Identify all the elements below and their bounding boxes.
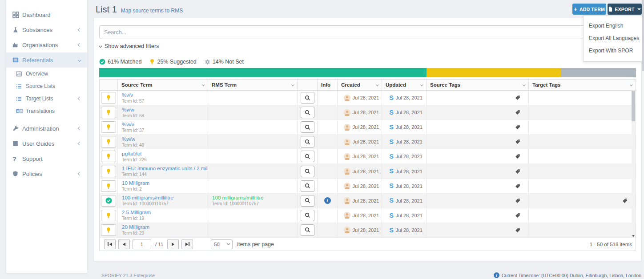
tag-icon[interactable]: [515, 169, 520, 174]
target-tags-cell: [529, 135, 636, 149]
rms-term-cell: [208, 91, 298, 105]
magnifier-button[interactable]: [301, 180, 314, 192]
sidebar-item-label: Target Lists: [26, 96, 78, 102]
source-term-link[interactable]: 100 milligrams/millilitre: [122, 195, 204, 200]
column-header-rms-term[interactable]: RMS Term: [208, 80, 298, 90]
sidebar-item-organisations[interactable]: Organisations: [6, 37, 87, 52]
column-header-created[interactable]: Created: [338, 80, 382, 90]
tag-icon[interactable]: [515, 213, 520, 218]
magnifier-button[interactable]: [301, 166, 314, 177]
add-term-button[interactable]: + ADD TERM: [572, 4, 606, 15]
column-header-source-term[interactable]: Source Term: [118, 80, 208, 90]
source-term-id: Term Id: 19: [122, 216, 204, 221]
magnifier-button[interactable]: [301, 136, 314, 147]
industry-icon: [12, 42, 22, 48]
show-advanced-filters-toggle[interactable]: Show advanced filters: [99, 43, 159, 49]
page-number-input[interactable]: [133, 239, 151, 249]
column-header-target-tags[interactable]: Target Tags: [529, 80, 636, 90]
magnifier-button[interactable]: [301, 151, 314, 162]
sidebar-item-policies[interactable]: Policies: [6, 166, 87, 181]
preview-cell: [298, 194, 318, 208]
preview-cell: [298, 135, 318, 149]
first-page-button[interactable]: [104, 239, 116, 249]
rms-term-link[interactable]: 100 milligrams/millilitre: [212, 195, 293, 200]
created-cell: Jul 28, 2021: [338, 223, 382, 237]
tag-icon[interactable]: [515, 95, 520, 100]
browser-scrollbar[interactable]: [642, 0, 644, 279]
sidebar-item-referentials[interactable]: Referentials: [6, 52, 87, 68]
source-term-link[interactable]: %v/v: [122, 92, 204, 98]
menu-item-export-all-languages[interactable]: Export All Languages: [584, 32, 642, 44]
source-term-cell: 20 MilligramTerm Id: 20: [118, 223, 208, 237]
sidebar-item-label: Translations: [26, 108, 81, 114]
status-suggested-button[interactable]: [101, 151, 116, 162]
sidebar-item-overview[interactable]: Overview: [6, 68, 87, 80]
column-header-source-tags[interactable]: Source Tags: [427, 80, 529, 90]
sidebar-item-administration[interactable]: Administration: [6, 121, 87, 136]
status-suggested-button[interactable]: [101, 121, 116, 133]
file-icon: [608, 7, 612, 12]
table-scrollbar[interactable]: [632, 91, 635, 237]
sidebar-item-user-guides[interactable]: User Guides: [6, 136, 87, 151]
export-button[interactable]: EXPORT: [608, 4, 642, 15]
info-icon[interactable]: i: [324, 197, 331, 204]
menu-item-export-with-spor[interactable]: Export With SPOR: [584, 44, 642, 57]
last-page-button[interactable]: [181, 239, 193, 249]
scrollbar-down-arrow[interactable]: [632, 235, 635, 237]
tag-icon[interactable]: [515, 110, 520, 115]
source-term-link[interactable]: %w/w: [122, 136, 204, 142]
sidebar-item-substances[interactable]: Substances: [6, 22, 87, 37]
page-size-select[interactable]: 50: [211, 239, 233, 249]
search-input[interactable]: [99, 25, 636, 39]
status-suggested-button[interactable]: [101, 224, 116, 236]
source-term-link[interactable]: 1 IEU: immuno enzymatic units / 2 millil…: [122, 166, 204, 171]
source-term-link[interactable]: µg/tablet: [122, 151, 204, 156]
status-suggested-button[interactable]: [101, 210, 116, 221]
status-suggested-button[interactable]: [101, 107, 116, 118]
sidebar-item-support[interactable]: ? Support: [6, 151, 87, 166]
source-term-link[interactable]: 20 Milligram: [122, 224, 204, 230]
tag-icon[interactable]: [515, 124, 520, 130]
tag-icon[interactable]: [515, 183, 520, 189]
tag-icon[interactable]: [515, 154, 520, 159]
source-term-link[interactable]: 2.5 Milligram: [122, 210, 204, 215]
magnifier-button[interactable]: [301, 195, 314, 207]
next-page-button[interactable]: [167, 239, 179, 249]
tag-icon[interactable]: [622, 198, 628, 203]
app-footer: SPORIFY 21.3 Enterprise i Current Timezo…: [0, 271, 644, 279]
column-header-updated[interactable]: Updated: [382, 80, 427, 90]
target-tags-cell: [529, 208, 636, 223]
status-matched-button[interactable]: [101, 195, 116, 207]
status-suggested-button[interactable]: [101, 166, 116, 177]
status-suggested-button[interactable]: [101, 92, 116, 104]
sidebar-item-translations[interactable]: AB Translations: [6, 105, 87, 117]
source-term-link[interactable]: %v/w: [122, 107, 204, 112]
tag-icon[interactable]: [515, 139, 520, 144]
scrollbar-thumb[interactable]: [632, 91, 635, 121]
sidebar-item-target-lists[interactable]: Target Lists: [6, 92, 87, 105]
list-alt-icon: [12, 57, 22, 63]
menu-item-export-english[interactable]: Export English: [584, 20, 642, 32]
magnifier-button[interactable]: [301, 224, 314, 236]
source-term-link[interactable]: %w/v: [122, 122, 204, 127]
magnifier-button[interactable]: [301, 92, 314, 104]
chevron-left-icon: [78, 43, 81, 47]
sporify-logo-icon: S: [389, 153, 394, 160]
status-suggested-button[interactable]: [101, 180, 116, 192]
tag-icon[interactable]: [515, 227, 520, 233]
source-term-link[interactable]: 10 Milligram: [122, 180, 204, 186]
add-term-label: ADD TERM: [580, 7, 605, 12]
stat-matched: 61% Matched: [99, 59, 141, 65]
lightbulb-icon: [149, 59, 155, 65]
tag-icon[interactable]: [515, 198, 520, 203]
status-suggested-button[interactable]: [101, 136, 116, 147]
magnifier-button[interactable]: [301, 121, 314, 133]
sidebar-item-source-lists[interactable]: Source Lists: [6, 80, 87, 92]
previous-page-button[interactable]: [118, 239, 130, 249]
magnifier-button[interactable]: [301, 107, 314, 118]
browser-scrollbar-thumb[interactable]: [642, 0, 644, 71]
sidebar-item-dashboard[interactable]: Dashboard: [6, 7, 87, 22]
avatar: [344, 227, 350, 233]
source-tags-cell: [427, 208, 529, 223]
magnifier-button[interactable]: [301, 210, 314, 221]
